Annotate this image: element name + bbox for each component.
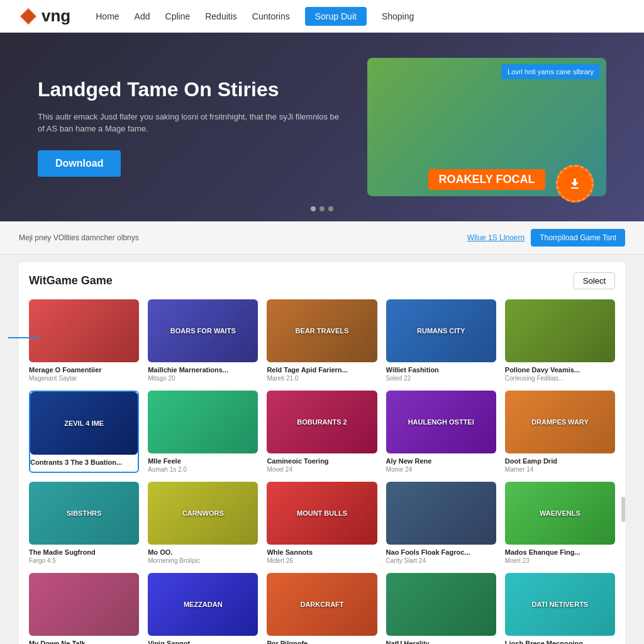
game-name: Mlle Feele — [148, 457, 258, 465]
game-thumb-label: DATI NETIVERTS — [530, 598, 591, 611]
game-meta: Aumah 1s 2.0 — [148, 466, 258, 473]
logo-text: vng — [42, 6, 70, 26]
game-thumbnail: WAEIVENLS — [505, 482, 615, 545]
logo[interactable]: vng — [19, 6, 70, 26]
nav-home[interactable]: Home — [96, 11, 119, 21]
nav-cuntorins[interactable]: Cuntorins — [252, 11, 290, 21]
game-card[interactable]: DATI NETIVERTS Liosh Brece Mecnooing Sit… — [505, 573, 615, 644]
game-thumb-label: HAULENGH OSTTEI — [406, 416, 477, 428]
game-card[interactable]: ZEVIL 4 IME Contrants 3 The 3 Buation... — [29, 391, 139, 473]
game-thumbnail: SIBSTHRS — [29, 482, 139, 545]
game-meta: Corleusing Fedilias... — [505, 375, 615, 382]
game-thumb-label — [82, 602, 87, 607]
select-button[interactable]: Solect — [574, 272, 615, 289]
game-thumb-label: MEZZADAN — [181, 598, 225, 611]
game-thumb-label — [557, 328, 562, 333]
game-thumbnail: RUMANS CITY — [386, 299, 496, 362]
game-thumb-label: DRAMPES WARY — [529, 416, 591, 428]
game-card[interactable]: MOUNT BULLS Whle Sannots Midert 26 — [267, 482, 377, 564]
game-name: NatU Herality — [386, 640, 496, 644]
game-name: My Down Ne Talk — [29, 640, 139, 644]
game-thumb-label: MOUNT BULLS — [294, 507, 350, 519]
hero-dots — [311, 206, 333, 211]
game-thumbnail: DATI NETIVERTS — [505, 573, 615, 636]
game-thumb-label — [438, 511, 443, 516]
game-card[interactable]: Mlle Feele Aumah 1s 2.0 — [148, 391, 258, 473]
game-card[interactable]: MEZZADAN Vinig Sangot Mideri Futnigt 2.5… — [148, 573, 258, 644]
game-name: Nao Fools Floak Fagroc... — [386, 548, 496, 556]
game-card[interactable]: Nao Fools Floak Fagroc... Carity Slart 2… — [386, 482, 496, 564]
nav-signup-button[interactable]: Sorup Duit — [305, 7, 367, 26]
game-card[interactable]: HAULENGH OSTTEI Aly New Rene Mome 24 — [386, 391, 496, 473]
game-thumb-label: SIBSTHRS — [64, 507, 104, 519]
hero-desc: This aultr emack Jusd flafer you saking … — [38, 111, 342, 135]
game-thumbnail — [148, 391, 258, 453]
game-meta: Mitsgo 20 — [148, 375, 258, 382]
game-thumbnail: MOUNT BULLS — [267, 482, 377, 545]
filter-link[interactable]: Wllue 1S Llnoern — [467, 233, 525, 242]
section-header: WitGame Game Solect — [29, 272, 615, 289]
nav-shopping[interactable]: Shoping — [382, 11, 414, 21]
game-name: Pollone Davy Veamis... — [505, 366, 615, 374]
game-thumb-label — [438, 602, 443, 607]
game-name: Whle Sannots — [267, 548, 377, 556]
main-content: Inone:O:thie, Tagh tarng and veane vng g… — [19, 262, 625, 644]
game-card[interactable]: WAEIVENLS Mados Ehanque Fing... Moeri 23 — [505, 482, 615, 564]
scroll-indicator[interactable] — [621, 497, 625, 522]
game-card[interactable]: Pollone Davy Veamis... Corleusing Fedili… — [505, 299, 615, 382]
game-card[interactable]: CARNWORS Mo OO. Mornening Brolipic — [148, 482, 258, 564]
hero-download-button[interactable]: Download — [38, 150, 121, 177]
filter-bar-button[interactable]: Thorrplload Game Tsnt — [531, 229, 625, 247]
game-thumb-label — [82, 328, 87, 333]
hero-image-label: ROAKELY FOCAL — [428, 169, 545, 190]
game-meta: Carity Slart 24 — [386, 557, 496, 564]
dot-2[interactable] — [319, 206, 325, 211]
game-name: Merage O Foamentiier — [29, 366, 139, 374]
logo-icon — [19, 7, 38, 26]
game-name: Maillchie Marnerations... — [148, 366, 258, 374]
game-card[interactable]: DRAMPES WARY Doot Eamp Drid Marner 14 — [505, 391, 615, 473]
game-thumb-label: WAEIVENLS — [537, 507, 583, 519]
game-meta: Fargo 4.5 — [29, 557, 139, 564]
game-name: Contrants 3 The 3 Buation... — [30, 458, 138, 466]
game-card[interactable]: NatU Herality Soteri 25 — [386, 573, 496, 644]
game-meta: Marner 14 — [505, 466, 615, 473]
hero-download-badge[interactable] — [556, 165, 594, 203]
game-meta: Mome 24 — [386, 466, 496, 473]
game-thumbnail: BOARS FOR WAITS — [148, 299, 258, 362]
svg-marker-1 — [22, 10, 35, 23]
game-thumbnail: DARKCRAFT — [267, 573, 377, 636]
game-thumb-label: ZEVIL 4 IME — [62, 417, 106, 430]
game-thumbnail — [386, 482, 496, 545]
dot-1[interactable] — [311, 206, 316, 211]
game-card[interactable]: BOBURANTS 2 Camineoic Toering Movel 24 — [267, 391, 377, 473]
game-card[interactable]: My Down Ne Talk Mideri Futnigt 2.500 — [29, 573, 139, 644]
game-name: Vinig Sangot — [148, 640, 258, 644]
game-thumb-label: BOARS FOR WAITS — [168, 325, 238, 337]
game-grid: Merage O Foamentiier Magenant Saytar BOA… — [29, 299, 615, 644]
game-card[interactable]: RUMANS CITY Williet Fashition Soled 22 — [386, 299, 496, 382]
main-nav: Home Add Cpline Reduitis Cuntorins Sorup… — [96, 7, 625, 26]
game-thumbnail — [29, 573, 139, 636]
game-meta: Soled 22 — [386, 375, 496, 382]
nav-add[interactable]: Add — [135, 11, 150, 21]
nav-cpline[interactable]: Cpline — [165, 11, 191, 21]
game-name: Mo OO. — [148, 548, 258, 556]
game-name: Camineoic Toering — [267, 457, 377, 465]
nav-reduitis[interactable]: Reduitis — [205, 11, 237, 21]
game-thumb-label: CARNWORS — [180, 507, 226, 519]
game-meta: Magenant Saytar — [29, 375, 139, 382]
game-thumbnail: MEZZADAN — [148, 573, 258, 636]
game-thumb-label: BEAR TRAVELS — [293, 325, 352, 337]
game-name: Por Pilgnofe — [267, 640, 377, 644]
dot-3[interactable] — [328, 206, 333, 211]
game-thumbnail — [386, 573, 496, 636]
filter-bar-text: Meji pney VOllties damncher olbnys — [19, 233, 461, 242]
game-thumb-label: BOBURANTS 2 — [294, 416, 349, 428]
game-name: Williet Fashition — [386, 366, 496, 374]
game-thumbnail — [29, 299, 139, 362]
game-card[interactable]: DARKCRAFT Por Pilgnofe Unlnari 6.9..1 — [267, 573, 377, 644]
game-card[interactable]: SIBSTHRS The Madie Sugfrond Fargo 4.5 — [29, 482, 139, 564]
game-card[interactable]: BOARS FOR WAITS Maillchie Marnerations..… — [148, 299, 258, 382]
game-card[interactable]: BEAR TRAVELS Reld Tage Apid Fariern... M… — [267, 299, 377, 382]
